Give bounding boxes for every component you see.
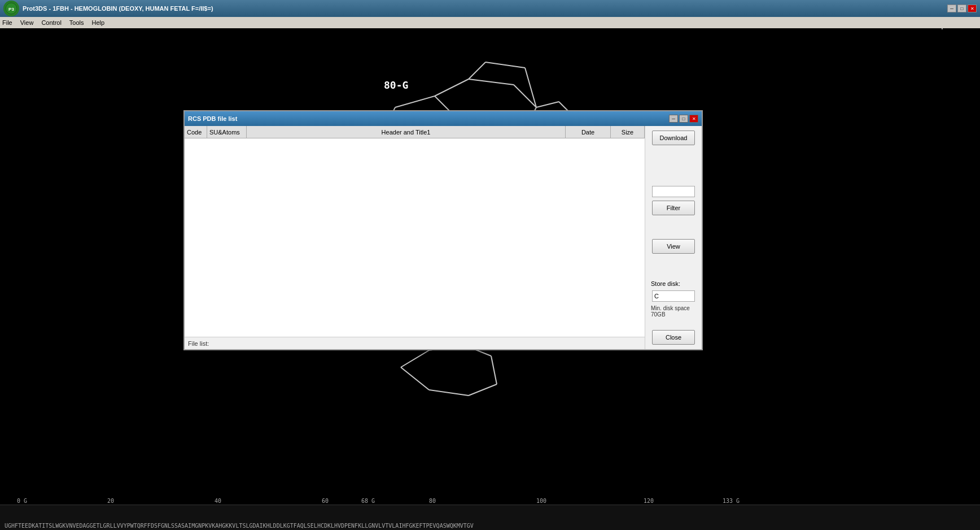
minimize-button[interactable]: ─ xyxy=(947,5,956,12)
store-disk-label: Store disk: xyxy=(651,280,680,287)
seq-marker-60: 60 xyxy=(322,498,329,504)
app-logo: P3 xyxy=(3,1,19,16)
restore-button[interactable]: □ xyxy=(957,5,966,12)
table-body[interactable] xyxy=(185,138,645,337)
dialog-window-controls: ─ □ ✕ xyxy=(669,115,698,123)
dialog-close-button[interactable]: ✕ xyxy=(689,115,698,123)
seq-marker-120: 120 xyxy=(644,498,654,504)
svg-line-2 xyxy=(435,79,469,96)
menu-file[interactable]: File xyxy=(2,19,12,26)
menu-tools[interactable]: Tools xyxy=(69,19,84,26)
dialog-minimize-button[interactable]: ─ xyxy=(669,115,678,123)
dialog-table-panel: Code SU&Atoms Header and Title1 Date Siz… xyxy=(185,126,645,349)
svg-text:P3: P3 xyxy=(8,7,14,12)
dialog-actions-panel: Download Filter View Store disk: Min. di… xyxy=(645,126,702,349)
col-code: Code xyxy=(185,126,207,138)
rcs-pdb-dialog: RCS PDB file list ─ □ ✕ Code SU&Atoms He… xyxy=(183,110,703,350)
svg-line-23 xyxy=(401,367,429,390)
seq-marker-0: 0 G xyxy=(17,498,27,504)
window-controls: ─ □ ✕ xyxy=(947,5,977,12)
dialog-title: RCS PDB file list xyxy=(188,115,237,122)
seq-marker-133g: 133 G xyxy=(723,498,740,504)
seq-marker-40: 40 xyxy=(215,498,221,504)
col-header-title: Header and Title1 xyxy=(247,126,566,138)
col-date: Date xyxy=(566,126,611,138)
seq-marker-100: 100 xyxy=(536,498,546,504)
menu-control[interactable]: Control xyxy=(41,19,61,26)
app-titlebar: P3 Prot3DS - 1FBH - HEMOGLOBIN (DEOXY, H… xyxy=(0,0,980,17)
filter-input[interactable] xyxy=(652,186,695,197)
col-su-atoms: SU&Atoms xyxy=(207,126,247,138)
dialog-titlebar: RCS PDB file list ─ □ ✕ xyxy=(185,111,702,126)
store-disk-input[interactable] xyxy=(652,290,695,302)
svg-line-22 xyxy=(429,390,469,396)
sequence-bar: 0 G 20 40 60 68 G 80 100 120 133 G UGHFT… xyxy=(0,505,980,530)
seq-marker-80: 80 xyxy=(429,498,436,504)
min-disk-space-label: Min. disk space 70GB xyxy=(651,305,698,318)
seq-marker-20: 20 xyxy=(107,498,114,504)
close-button[interactable]: ✕ xyxy=(968,5,977,12)
app-title: Prot3DS - 1FBH - HEMOGLOBIN (DEOXY, HUMA… xyxy=(23,5,947,12)
svg-line-3 xyxy=(469,79,514,85)
dialog-body: Code SU&Atoms Header and Title1 Date Siz… xyxy=(185,126,702,349)
svg-line-9 xyxy=(469,62,485,79)
svg-line-20 xyxy=(491,356,497,384)
seq-marker-68g: 68 G xyxy=(361,498,375,504)
dialog-restore-button[interactable]: □ xyxy=(679,115,688,123)
view-button[interactable]: View xyxy=(652,239,695,254)
table-header: Code SU&Atoms Header and Title1 Date Siz… xyxy=(185,126,645,138)
svg-line-10 xyxy=(485,62,525,68)
svg-line-17 xyxy=(401,350,429,367)
close-button[interactable]: Close xyxy=(652,330,695,345)
menu-help[interactable]: Help xyxy=(92,19,105,26)
sequence-text: UGHFTEEDKATITSLWGKVNVEDAGGETLGRLLVVYPWTQ… xyxy=(0,523,980,529)
svg-line-27 xyxy=(536,102,559,107)
file-list-label: File list: xyxy=(188,340,209,347)
file-list-bar: File list: xyxy=(185,337,645,349)
menu-view[interactable]: View xyxy=(20,19,34,26)
download-button[interactable]: Download xyxy=(652,131,695,145)
col-size: Size xyxy=(611,126,645,138)
svg-line-21 xyxy=(469,384,497,396)
molecule-label: 80-G xyxy=(384,79,408,91)
filter-button[interactable]: Filter xyxy=(652,201,695,215)
svg-line-12 xyxy=(395,96,435,107)
